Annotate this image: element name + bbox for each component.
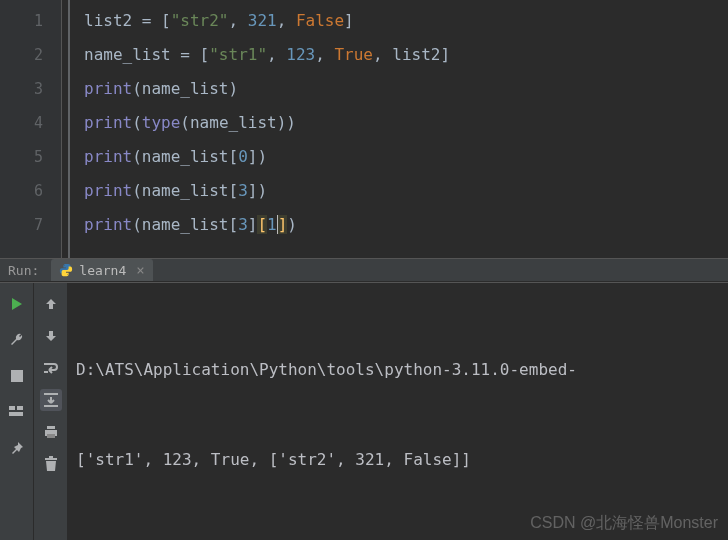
- svg-rect-6: [47, 434, 55, 438]
- code-line[interactable]: print(name_list[3][1]): [84, 208, 728, 242]
- stop-button[interactable]: [6, 365, 28, 387]
- svg-rect-0: [11, 370, 23, 382]
- run-body: D:\ATS\Application\Python\tools\python-3…: [0, 282, 728, 540]
- svg-rect-2: [17, 406, 23, 410]
- line-number: 3: [0, 72, 43, 106]
- code-line[interactable]: list2 = ["str2", 321, False]: [84, 4, 728, 38]
- line-number: 6: [0, 174, 43, 208]
- watermark: CSDN @北海怪兽Monster: [530, 513, 718, 534]
- run-button[interactable]: [6, 293, 28, 315]
- line-number: 4: [0, 106, 43, 140]
- soft-wrap-icon[interactable]: [40, 357, 62, 379]
- console-output[interactable]: D:\ATS\Application\Python\tools\python-3…: [68, 283, 728, 540]
- code-line[interactable]: print(name_list[0]): [84, 140, 728, 174]
- line-number: 2: [0, 38, 43, 72]
- line-number: 7: [0, 208, 43, 242]
- line-number-gutter: 1 2 3 4 5 6 7: [0, 0, 62, 258]
- run-tool-column-left: [0, 283, 34, 540]
- code-editor[interactable]: 1 2 3 4 5 6 7 list2 = ["str2", 321, Fals…: [0, 0, 728, 258]
- down-arrow-icon[interactable]: [40, 325, 62, 347]
- svg-rect-3: [9, 412, 23, 416]
- code-line[interactable]: print(name_list[3]): [84, 174, 728, 208]
- code-line[interactable]: name_list = ["str1", 123, True, list2]: [84, 38, 728, 72]
- print-icon[interactable]: [40, 421, 62, 443]
- run-tab[interactable]: learn4 ×: [51, 259, 152, 281]
- line-number: 1: [0, 4, 43, 38]
- run-tool-column-right: [34, 283, 68, 540]
- code-line[interactable]: print(type(name_list)): [84, 106, 728, 140]
- wrench-icon[interactable]: [6, 329, 28, 351]
- run-panel: Run: learn4 × D:\ATS\Application\Python\…: [0, 258, 728, 540]
- python-icon: [59, 263, 73, 277]
- run-tab-label: learn4: [79, 263, 126, 278]
- close-icon[interactable]: ×: [136, 262, 144, 278]
- run-label: Run:: [8, 263, 39, 278]
- pin-icon[interactable]: [6, 437, 28, 459]
- svg-rect-5: [47, 426, 55, 429]
- trash-icon[interactable]: [40, 453, 62, 475]
- up-arrow-icon[interactable]: [40, 293, 62, 315]
- run-header: Run: learn4 ×: [0, 259, 728, 282]
- console-line: <class 'list'>: [76, 535, 720, 540]
- code-line[interactable]: print(name_list): [84, 72, 728, 106]
- console-line: ['str1', 123, True, ['str2', 321, False]…: [76, 445, 720, 475]
- scroll-to-end-icon[interactable]: [40, 389, 62, 411]
- svg-rect-1: [9, 406, 15, 410]
- code-area[interactable]: list2 = ["str2", 321, False] name_list =…: [68, 0, 728, 258]
- line-number: 5: [0, 140, 43, 174]
- console-line: D:\ATS\Application\Python\tools\python-3…: [76, 355, 720, 385]
- layout-icon[interactable]: [6, 401, 28, 423]
